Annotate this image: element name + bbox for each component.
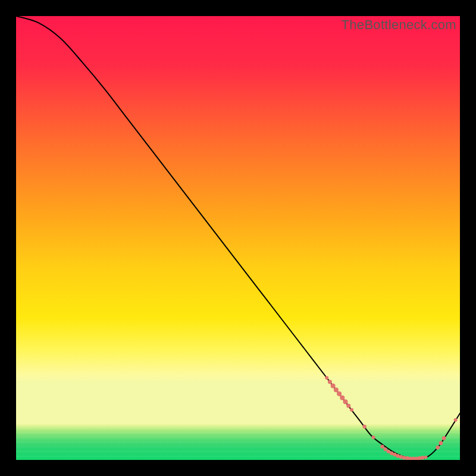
data-markers xyxy=(325,376,457,460)
data-marker xyxy=(328,380,332,384)
data-marker xyxy=(424,456,428,459)
data-marker xyxy=(337,392,342,396)
data-marker xyxy=(362,425,366,428)
data-marker xyxy=(436,446,440,450)
data-marker xyxy=(350,408,353,412)
data-marker xyxy=(325,376,328,380)
data-marker xyxy=(380,444,384,448)
data-marker xyxy=(340,396,345,400)
data-marker xyxy=(346,403,350,408)
data-marker xyxy=(439,441,443,445)
chart-frame: TheBottleneck.com xyxy=(16,16,460,460)
chart-plot xyxy=(16,16,460,460)
data-marker xyxy=(421,456,424,459)
data-marker xyxy=(372,436,375,439)
data-marker xyxy=(334,387,339,392)
data-marker xyxy=(383,447,387,451)
bottleneck-curve xyxy=(16,16,460,459)
data-marker xyxy=(331,383,336,388)
data-marker xyxy=(343,399,348,404)
data-marker xyxy=(442,436,446,440)
data-marker xyxy=(454,418,458,422)
